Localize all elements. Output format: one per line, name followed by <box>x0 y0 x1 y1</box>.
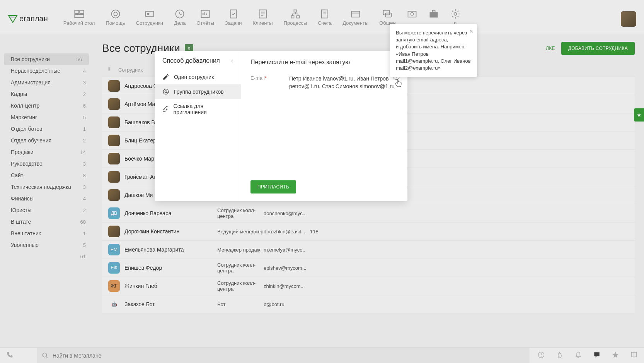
modal-sidebar: Способ добавления ‹ Один сотрудник Групп… <box>155 51 241 201</box>
svg-point-26 <box>165 91 167 92</box>
modal-opt-link[interactable]: Ссылка для приглашения <box>155 99 241 119</box>
close-icon[interactable]: × <box>470 27 473 36</box>
modal-content: Перечислите e-mail через запятую E-mail*… <box>241 51 407 201</box>
modal-left-title: Способ добавления ‹ <box>155 57 241 70</box>
email-field-row: E-mail* Петр Иванов ivanov@1.ru, Иван Пе… <box>250 75 398 90</box>
invite-button[interactable]: ПРИГЛАСИТЬ <box>250 180 296 193</box>
modal-opt-single[interactable]: Один сотрудник <box>155 70 241 84</box>
help-tooltip: × Вы можете перечислить через запятую em… <box>390 24 477 77</box>
tooltip-line1: Вы можете перечислить через запятую emai… <box>396 29 471 43</box>
email-input[interactable]: Петр Иванов ivanov@1.ru, Иван Петров pet… <box>289 75 398 90</box>
chevron-left-icon[interactable]: ‹ <box>231 57 233 64</box>
email-label: E-mail* <box>250 75 281 81</box>
tooltip-line2: и добавить имена. Например: «Иван Петров… <box>396 43 471 72</box>
pencil-icon <box>162 74 169 80</box>
cursor-pointer-icon <box>395 79 402 89</box>
modal-opt-group[interactable]: Группа сотрудников <box>155 84 241 99</box>
add-employee-modal: Способ добавления ‹ Один сотрудник Групп… <box>155 51 407 201</box>
svg-point-25 <box>163 89 169 94</box>
link-icon <box>162 106 169 113</box>
at-icon <box>162 88 169 95</box>
modal-title: Перечислите e-mail через запятую <box>250 59 398 66</box>
